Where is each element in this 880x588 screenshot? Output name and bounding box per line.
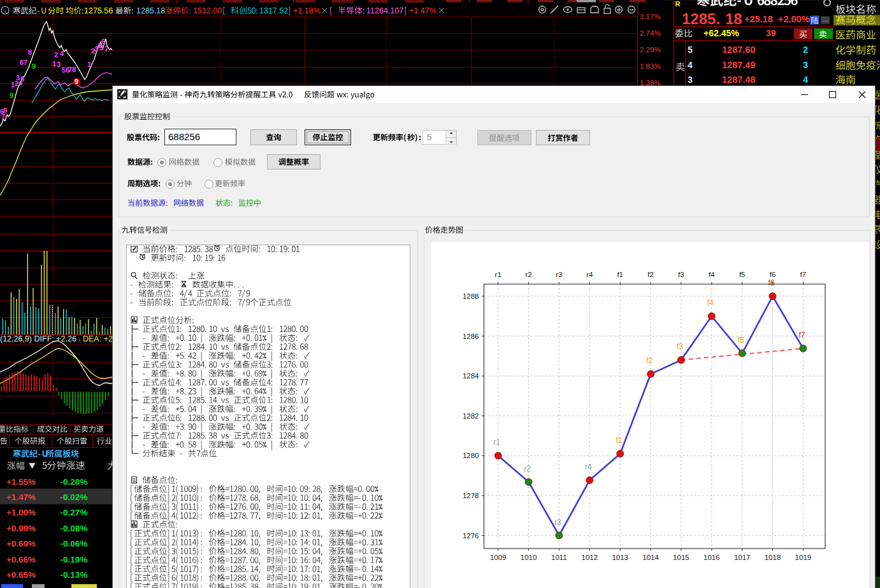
svg-text:f7: f7 bbox=[798, 331, 805, 340]
svg-text:r2: r2 bbox=[524, 464, 531, 473]
svg-text:f4: f4 bbox=[709, 271, 715, 278]
svg-text:1284: 1284 bbox=[463, 372, 479, 380]
svg-text:1013: 1013 bbox=[612, 554, 628, 561]
svg-text:1015: 1015 bbox=[673, 554, 689, 561]
svg-text:1278: 1278 bbox=[463, 492, 479, 499]
svg-text:1280: 1280 bbox=[463, 452, 479, 459]
svg-text:1016: 1016 bbox=[703, 554, 720, 561]
svg-text:f3: f3 bbox=[678, 271, 684, 278]
svg-text:f3: f3 bbox=[677, 342, 683, 351]
svg-text:f2: f2 bbox=[647, 271, 654, 278]
svg-text:1282: 1282 bbox=[463, 412, 479, 420]
svg-text:1018: 1018 bbox=[765, 554, 781, 561]
svg-text:f6: f6 bbox=[768, 278, 774, 287]
svg-text:f5: f5 bbox=[738, 336, 744, 345]
svg-text:f4: f4 bbox=[707, 298, 714, 307]
svg-text:r3: r3 bbox=[556, 271, 562, 278]
svg-text:f5: f5 bbox=[739, 271, 746, 278]
svg-text:1286: 1286 bbox=[463, 333, 479, 340]
svg-text:1014: 1014 bbox=[642, 554, 659, 561]
svg-text:1019: 1019 bbox=[795, 554, 812, 561]
svg-text:f6: f6 bbox=[770, 271, 776, 278]
svg-text:r2: r2 bbox=[525, 271, 531, 278]
svg-text:1012: 1012 bbox=[582, 554, 598, 561]
svg-text:1010: 1010 bbox=[521, 554, 537, 561]
svg-text:r1: r1 bbox=[493, 438, 500, 447]
svg-text:r4: r4 bbox=[585, 463, 592, 471]
svg-text:r3: r3 bbox=[554, 518, 561, 527]
svg-text:1011: 1011 bbox=[551, 554, 567, 561]
svg-text:f1: f1 bbox=[616, 436, 622, 445]
svg-text:1276: 1276 bbox=[463, 532, 479, 540]
svg-text:r4: r4 bbox=[586, 271, 593, 278]
svg-text:f1: f1 bbox=[617, 271, 623, 278]
svg-text:f2: f2 bbox=[646, 356, 653, 365]
svg-text:f7: f7 bbox=[800, 271, 807, 278]
svg-text:r1: r1 bbox=[495, 271, 501, 278]
svg-text:1017: 1017 bbox=[734, 554, 751, 561]
svg-text:1288: 1288 bbox=[463, 292, 479, 300]
svg-text:1009: 1009 bbox=[490, 554, 507, 561]
